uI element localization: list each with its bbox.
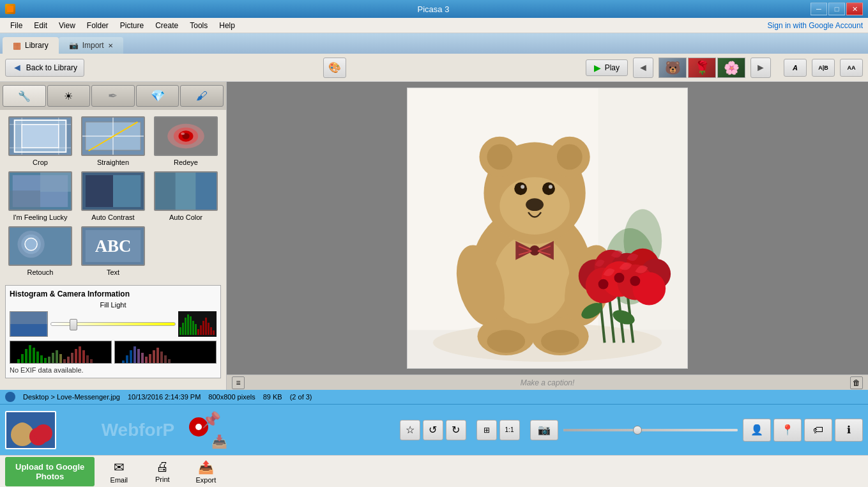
straighten-label: Straighten (97, 158, 129, 166)
svg-rect-37 (11, 324, 47, 336)
tab-import[interactable]: 📷 Import ✕ (59, 37, 123, 54)
thumb-1[interactable]: 🐻 (659, 58, 687, 78)
tool-tab-effects[interactable]: ✒ (91, 85, 135, 107)
info-btn[interactable]: ℹ (835, 419, 863, 442)
bottom-filmstrip: WebforP 📌 📥 ☆ ↺ ↻ ⊞ 1:1 📷 👤 📍 🏷 ℹ (0, 404, 868, 455)
histogram-preview (178, 311, 217, 337)
svg-rect-64 (56, 350, 58, 363)
back-to-library-button[interactable]: ◄ Back to Library (5, 59, 84, 77)
retouch-label: Retouch (27, 268, 54, 276)
next-button[interactable]: ► (750, 58, 771, 78)
text-btn-a[interactable]: A (784, 59, 807, 77)
menu-picture[interactable]: Picture (115, 20, 149, 31)
title-bar: Picasa 3 ─ □ ✕ (0, 0, 868, 18)
text-btn-aa[interactable]: AA (840, 59, 863, 77)
caption-placeholder[interactable]: Make a caption! (245, 378, 850, 387)
upload-google-button[interactable]: Upload to GooglePhotos (5, 457, 95, 486)
caption-right-btn[interactable]: 🗑 (850, 376, 863, 389)
maximize-button[interactable]: □ (828, 3, 845, 15)
crop-label: Crop (33, 158, 48, 166)
svg-rect-57 (29, 345, 31, 363)
sign-in-link[interactable]: Sign in with Google Account (768, 21, 863, 30)
filmstrip-thumb[interactable] (5, 411, 56, 449)
back-arrow-icon: ◄ (12, 62, 22, 73)
tool-retouch[interactable]: Retouch (6, 226, 74, 276)
close-button[interactable]: ✕ (846, 3, 863, 15)
tool-lucky[interactable]: I'm Feeling Lucky (6, 171, 74, 221)
play-icon: ▶ (594, 63, 601, 73)
status-date: 10/13/2016 2:14:39 PM (128, 393, 201, 401)
profile-btn[interactable]: 👤 (743, 419, 771, 442)
crop-thumbnail (8, 116, 72, 156)
print-action[interactable]: 🖨 Print (143, 460, 181, 483)
color-thumbnail (154, 171, 218, 211)
location-btn[interactable]: 📍 (773, 419, 802, 442)
tool-contrast[interactable]: Auto Contrast (79, 171, 147, 221)
menu-view[interactable]: View (54, 20, 80, 31)
svg-point-104 (521, 185, 524, 189)
tool-redeye[interactable]: Redeye (152, 116, 220, 166)
caption-left-btn[interactable]: ≡ (232, 376, 245, 389)
svg-rect-76 (126, 355, 128, 363)
tools-grid: Crop Straighten (0, 110, 226, 282)
tool-straighten[interactable]: Straighten (79, 116, 147, 166)
tool-crop[interactable]: Crop (6, 116, 74, 166)
bottom-actions-bar: Upload to GooglePhotos ✉ Email 🖨 Print 📤… (0, 455, 868, 487)
view-mode-btn[interactable]: ⊞ (476, 420, 497, 440)
svg-rect-51 (210, 327, 212, 335)
tool-tab-color[interactable]: 💎 (136, 85, 179, 107)
thumb-3[interactable]: 🌸 (717, 58, 745, 78)
thumb-2[interactable]: 🌹 (688, 58, 716, 78)
menu-tools[interactable]: Tools (185, 20, 213, 31)
tool-color[interactable]: Auto Color (152, 171, 220, 221)
svg-rect-39 (179, 327, 181, 335)
fill-light-slider[interactable] (50, 322, 176, 326)
exif-text: No EXIF data available. (10, 366, 217, 374)
tab-library[interactable]: ▦ Library (3, 37, 59, 54)
svg-rect-50 (208, 323, 209, 335)
view-1to1-btn[interactable]: 1:1 (499, 420, 520, 440)
minimize-button[interactable]: ─ (811, 3, 827, 15)
svg-rect-28 (195, 173, 217, 210)
fill-light-handle[interactable] (70, 319, 77, 330)
toolbar: ◄ Back to Library 🎨 ▶ Play ◄ 🐻 🌹 🌸 ► A A… (0, 54, 868, 82)
svg-rect-48 (202, 321, 204, 335)
svg-rect-41 (185, 318, 187, 335)
tool-tab-paint[interactable]: 🖌 (180, 85, 224, 107)
export-label: Export (195, 476, 216, 484)
fill-light-row (10, 311, 217, 337)
play-button[interactable]: ▶ Play (586, 59, 628, 76)
svg-rect-81 (145, 357, 148, 363)
menu-folder[interactable]: Folder (82, 20, 114, 31)
svg-rect-2 (22, 125, 59, 148)
export-icon: 📤 (198, 460, 214, 475)
star-button[interactable]: ☆ (400, 420, 420, 440)
rotate-left-button[interactable]: ↺ (423, 420, 443, 440)
fill-light-label: Fill Light (10, 301, 217, 309)
tag-btn[interactable]: 🏷 (804, 419, 832, 442)
status-icon[interactable] (5, 392, 15, 402)
svg-rect-87 (168, 359, 171, 363)
email-action[interactable]: ✉ Email (100, 460, 138, 484)
edit-icon-button[interactable]: 🎨 (323, 58, 346, 78)
menu-help[interactable]: Help (214, 20, 240, 31)
menu-create[interactable]: Create (150, 20, 183, 31)
rotate-right-button[interactable]: ↻ (446, 420, 466, 440)
zoom-slider[interactable] (563, 429, 738, 431)
svg-rect-59 (36, 352, 39, 363)
prev-button[interactable]: ◄ (633, 58, 653, 78)
svg-rect-43 (190, 316, 192, 335)
tool-text[interactable]: ABC Text (79, 226, 147, 276)
tool-tab-tuning[interactable]: ☀ (47, 85, 91, 107)
menu-file[interactable]: File (5, 20, 27, 31)
camera-btn[interactable]: 📷 (530, 420, 558, 440)
svg-rect-72 (86, 355, 89, 363)
text-btn-ab[interactable]: A|B (812, 59, 835, 77)
tool-tab-fix[interactable]: 🔧 (3, 85, 46, 107)
svg-rect-63 (52, 353, 54, 363)
menu-edit[interactable]: Edit (29, 20, 52, 31)
tab-close-icon[interactable]: ✕ (108, 42, 113, 49)
export-action[interactable]: 📤 Export (187, 460, 225, 484)
zoom-handle[interactable] (633, 426, 642, 435)
status-dimensions: 800x800 pixels (208, 393, 255, 401)
